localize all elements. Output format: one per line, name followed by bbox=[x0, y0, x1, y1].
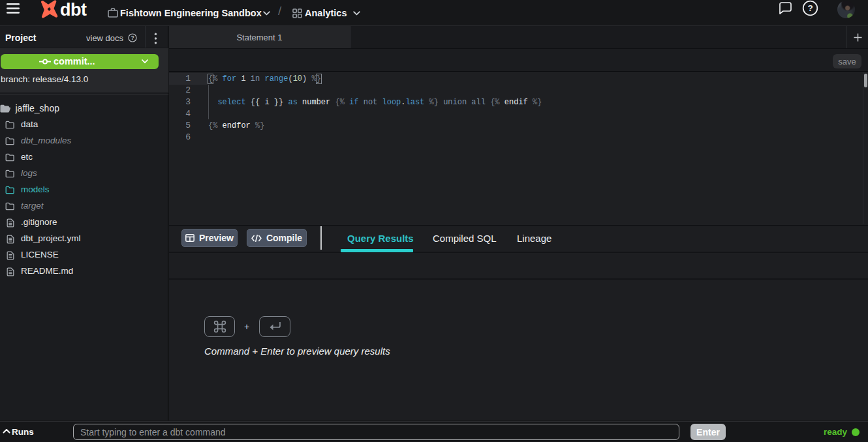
svg-text:?: ? bbox=[807, 3, 813, 13]
svg-text:?: ? bbox=[131, 35, 134, 41]
